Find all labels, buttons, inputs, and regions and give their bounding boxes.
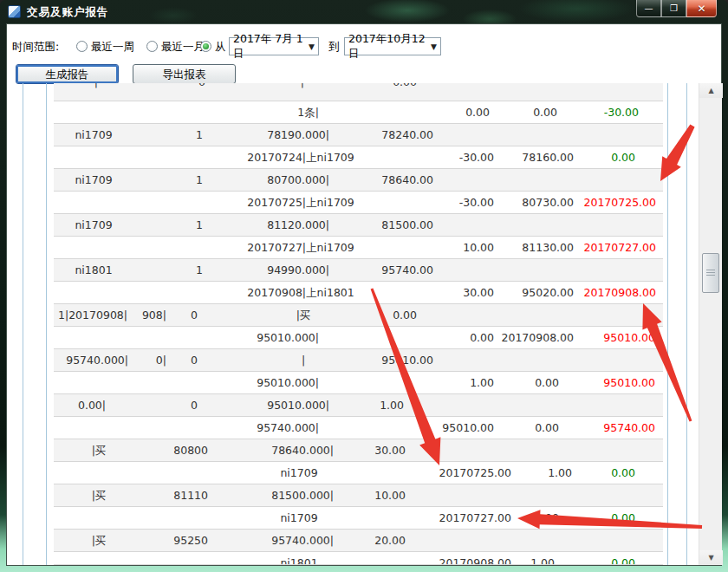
table-cell: 95740.000|	[271, 530, 334, 551]
table-row[interactable]: 1条|0.000.00-30.00	[54, 101, 663, 124]
table-cell: 20170725|上ni1709	[247, 192, 354, 213]
table-cell: 0.00	[535, 417, 559, 439]
table-cell: 81500.000|	[271, 484, 334, 506]
table-cell: 95250	[173, 530, 208, 551]
table-cell: 0.00	[535, 372, 559, 393]
table-row[interactable]: ni1709178190.000|78240.00	[54, 124, 663, 146]
app-icon	[8, 5, 21, 18]
table-cell: 30.00	[463, 282, 494, 303]
table-cell: 20170908|上ni1801	[247, 282, 354, 303]
radio-from[interactable]	[200, 41, 211, 52]
table-cell: 95010.00	[381, 349, 433, 371]
close-button[interactable]: ✕	[686, 0, 717, 17]
scroll-up-icon[interactable]: ▲	[699, 83, 723, 98]
maximize-button[interactable]: ❐	[661, 0, 686, 17]
chevron-down-icon: ▼	[303, 42, 315, 51]
table-cell: ni1709	[280, 462, 317, 484]
table-cell: 81130.00	[522, 237, 574, 258]
radio-last-week-label[interactable]: 最近一周	[91, 40, 134, 55]
window-title: 交易及账户报告	[27, 5, 109, 20]
table-cell: 78160.00	[522, 146, 574, 168]
table-row[interactable]: |0|0.00	[54, 83, 663, 101]
table-cell: 1	[196, 124, 203, 146]
table-cell: -30.00	[604, 101, 639, 123]
scrollbar-grip	[706, 270, 715, 270]
table-cell: -30.00	[459, 192, 494, 213]
minimize-button[interactable]: —	[636, 0, 661, 17]
table-row[interactable]: ni1709180700.000|78640.00	[54, 169, 663, 192]
table-cell: 1.00	[470, 372, 494, 393]
table-cell: 95010.000|	[257, 327, 319, 348]
table-cell: 0	[191, 394, 198, 416]
table-cell: |	[94, 83, 98, 93]
export-report-button[interactable]: 导出报表	[133, 64, 236, 84]
table-cell: 1条|	[297, 101, 319, 123]
table-cell: 10.00	[463, 237, 494, 258]
table-cell: 0.00	[533, 101, 557, 123]
table-row[interactable]: 95740.000|0|0|95010.00	[54, 349, 663, 372]
table-cell: 1.00	[548, 462, 572, 484]
table-row[interactable]: 1|20170908|908|0|买0.00	[54, 304, 663, 327]
table-row[interactable]: 95010.000|1.000.0095010.00	[54, 372, 663, 394]
title-bar[interactable]: 交易及账户报告 — ❐ ✕	[0, 0, 728, 24]
table-cell: 0.00	[393, 83, 417, 93]
generate-report-button[interactable]: 生成报告	[16, 64, 119, 84]
table-cell: 95010.000|	[267, 394, 329, 416]
table-cell: 78240.00	[381, 124, 433, 146]
table-row[interactable]: ni1709181120.000|81500.00	[54, 214, 663, 237]
table-cell: |	[301, 83, 304, 93]
table-cell: 1.00	[530, 552, 555, 565]
table-cell: 95010.00	[603, 327, 655, 348]
date-from-dropdown[interactable]: 2017年 7月 1日 ▼	[229, 37, 319, 55]
table-cell: ni1709	[75, 214, 112, 236]
table-row[interactable]: 0.00|095010.000|1.00	[54, 394, 663, 417]
radio-from-label[interactable]: 从	[215, 40, 226, 55]
table-row[interactable]: |买9525095740.000|20.00	[54, 530, 663, 552]
table-row[interactable]: 20170727|上ni170910.0081130.0020170727.00	[54, 237, 663, 259]
table-cell: 81120.000|	[267, 214, 329, 236]
table-cell: 0.00	[465, 101, 490, 123]
table-row[interactable]: |买8080078640.000|30.00	[54, 439, 663, 462]
table-cell: 0.00	[611, 462, 635, 484]
table-cell: ni1801	[280, 552, 317, 565]
table-row[interactable]: ni170920170725.001.000.00	[54, 462, 663, 484]
table-cell: 0.00	[393, 304, 417, 326]
table-row[interactable]: 95010.000|0.0020170908.0095010.00	[54, 327, 663, 349]
table-row[interactable]: |买8111081500.000|10.00	[54, 484, 663, 507]
radio-last-week[interactable]	[76, 41, 88, 52]
date-to-dropdown[interactable]: 2017年10月12日 ▼	[344, 37, 441, 55]
table-row[interactable]: 20170908|上ni180130.0095020.0020170908.00	[54, 282, 663, 304]
table-row[interactable]: ni1801194990.000|95740.00	[54, 259, 663, 282]
radio-last-month-label[interactable]: 最近一月	[161, 40, 205, 55]
table-row[interactable]: ni180120170908.001.000.00	[54, 552, 663, 565]
table-cell: ni1709	[75, 124, 112, 146]
table-cell: 20170727.00	[439, 507, 511, 529]
table-cell: 0.00	[611, 552, 635, 565]
table-cell: 0.00	[470, 327, 494, 348]
table-row[interactable]: 95740.000|95010.000.0095740.00	[54, 417, 663, 439]
radio-last-month[interactable]	[146, 41, 158, 52]
table-cell: ni1709	[280, 507, 317, 529]
table-cell: 20170908.00	[583, 282, 656, 303]
table-cell: 0	[191, 304, 198, 326]
table-row[interactable]: 20170724|上ni1709-30.0078160.000.00	[54, 146, 663, 169]
table-cell: 20.00	[374, 530, 406, 551]
table-cell: 20170908.00	[439, 552, 511, 565]
table-cell: 1|20170908|	[58, 304, 127, 326]
table-cell: 30.00	[374, 439, 406, 461]
client-area: 时间范围: 最近一周 最近一月 从 2017年 7月 1日 ▼ 到 2017年1…	[7, 24, 721, 565]
table-cell: 0	[198, 83, 205, 93]
vertical-scrollbar[interactable]: ▲ ▼	[699, 83, 722, 565]
table-cell: 81110	[173, 484, 208, 506]
table-row[interactable]: 20170725|上ni1709-30.0080730.0020170725.0…	[54, 192, 663, 214]
table-row[interactable]: ni170920170727.001.000.00	[54, 507, 663, 530]
table-cell: 95020.00	[522, 282, 574, 303]
table-cell: 20170725.00	[439, 462, 511, 484]
table-cell: 20170727.00	[583, 237, 656, 258]
scroll-down-icon[interactable]: ▼	[699, 550, 723, 565]
table-cell: 908|	[142, 304, 166, 326]
table-cell: 20170727|上ni1709	[247, 237, 354, 258]
table-cell: 80800	[173, 439, 208, 461]
table-cell: 80700.000|	[267, 169, 329, 191]
scrollbar-thumb[interactable]	[702, 253, 719, 293]
